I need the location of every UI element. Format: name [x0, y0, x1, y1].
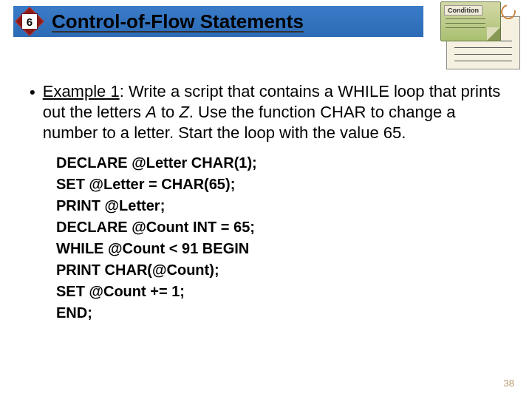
example-label: Example 1 [43, 82, 120, 100]
example-italic-z: Z [179, 103, 188, 121]
example-description: Example 1: Write a script that contains … [43, 81, 505, 143]
code-line: END; [56, 302, 505, 324]
slide-content: • Example 1: Write a script that contain… [30, 81, 505, 324]
code-line: PRINT @Letter; [56, 195, 505, 216]
code-block: DECLARE @Letter CHAR(1); SET @Letter = C… [56, 152, 505, 324]
note-label: Condition [444, 5, 482, 16]
code-line: SET @Letter = CHAR(65); [56, 174, 505, 195]
code-line: WHILE @Count < 91 BEGIN [56, 238, 505, 259]
header-bar: 6 Control-of-Flow Statements [13, 6, 423, 37]
note-front-sheet: Condition [440, 1, 501, 41]
section-badge: 6 [15, 7, 44, 36]
badge-number: 6 [21, 13, 38, 30]
example-italic-a: A [146, 103, 157, 121]
page-number: 38 [504, 378, 514, 389]
code-line: DECLARE @Count INT = 65; [56, 216, 505, 238]
bullet-dot: • [30, 81, 35, 143]
code-line: PRINT CHAR(@Count); [56, 259, 505, 281]
example-text-2: to [157, 103, 180, 121]
code-line: DECLARE @Letter CHAR(1); [56, 152, 505, 174]
code-line: SET @Count += 1; [56, 281, 505, 302]
page-title: Control-of-Flow Statements [52, 10, 304, 33]
example-bullet: • Example 1: Write a script that contain… [30, 81, 505, 143]
note-decoration: Condition [440, 1, 523, 69]
